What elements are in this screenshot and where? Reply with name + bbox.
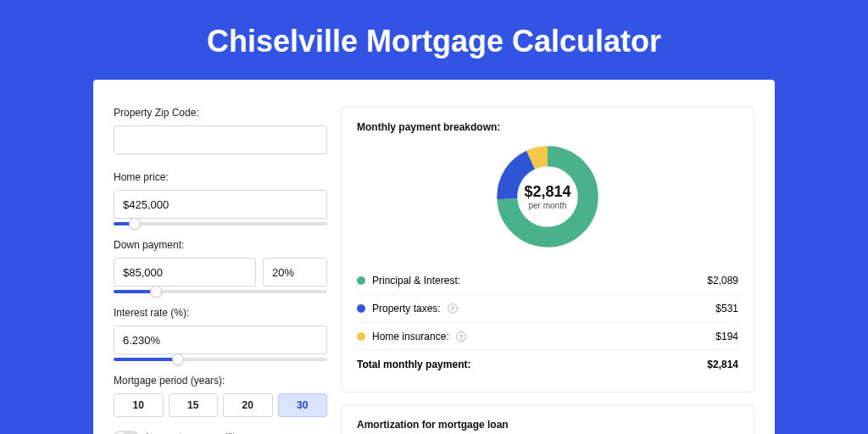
breakdown-row-principal: Principal & Interest: $2,089 (357, 267, 738, 295)
breakdown-label: Principal & Interest: (372, 275, 460, 287)
donut-amount: $2,814 (524, 183, 570, 201)
breakdown-value: $194 (715, 331, 738, 342)
rate-slider-thumb[interactable] (172, 353, 184, 365)
breakdown-label: Home insurance: (372, 331, 449, 342)
down-amount-input[interactable] (114, 258, 256, 287)
dot-icon (357, 332, 365, 341)
term-options: 10 15 20 30 (114, 393, 327, 417)
info-icon[interactable]: ? (448, 303, 458, 314)
breakdown-title: Monthly payment breakdown: (357, 121, 738, 133)
donut-chart: $2,814 per month (494, 143, 601, 250)
term-option-20[interactable]: 20 (223, 393, 273, 417)
price-slider[interactable] (114, 222, 327, 225)
term-option-10[interactable]: 10 (114, 393, 164, 417)
down-slider[interactable] (114, 290, 327, 293)
results-column: Monthly payment breakdown: $2,814 per mo… (341, 107, 754, 434)
amortization-panel: Amortization for mortgage loan Amortizat… (341, 404, 754, 434)
breakdown-row-taxes: Property taxes: ? $531 (357, 295, 738, 323)
page-title: Chiselville Mortgage Calculator (0, 0, 868, 80)
info-icon[interactable]: ? (456, 331, 466, 342)
down-pct-input[interactable] (263, 258, 327, 287)
dot-icon (357, 304, 365, 313)
term-option-15[interactable]: 15 (169, 393, 219, 417)
calculator-card: Property Zip Code: Home price: Down paym… (93, 80, 775, 434)
term-option-30[interactable]: 30 (278, 393, 328, 417)
breakdown-panel: Monthly payment breakdown: $2,814 per mo… (341, 107, 754, 392)
term-label: Mortgage period (years): (114, 375, 327, 387)
breakdown-label: Property taxes: (372, 303, 441, 314)
price-input[interactable] (114, 190, 327, 219)
price-slider-thumb[interactable] (129, 218, 141, 230)
form-column: Property Zip Code: Home price: Down paym… (114, 107, 327, 434)
rate-label: Interest rate (%): (114, 307, 327, 319)
breakdown-value: $2,089 (707, 275, 738, 287)
breakdown-total-value: $2,814 (707, 359, 738, 370)
breakdown-value: $531 (715, 303, 738, 314)
donut-sub: per month (528, 201, 566, 210)
down-slider-thumb[interactable] (150, 286, 162, 298)
rate-slider[interactable] (114, 358, 327, 361)
breakdown-row-total: Total monthly payment: $2,814 (357, 351, 738, 378)
breakdown-row-insurance: Home insurance: ? $194 (357, 323, 738, 351)
zip-input[interactable] (114, 125, 327, 154)
down-label: Down payment: (114, 239, 327, 251)
breakdown-total-label: Total monthly payment: (357, 359, 470, 370)
zip-label: Property Zip Code: (114, 107, 327, 119)
veteran-toggle[interactable] (114, 431, 139, 434)
price-label: Home price: (114, 171, 327, 183)
amortization-title: Amortization for mortgage loan (357, 419, 738, 431)
dot-icon (357, 276, 365, 285)
rate-input[interactable] (114, 326, 327, 354)
